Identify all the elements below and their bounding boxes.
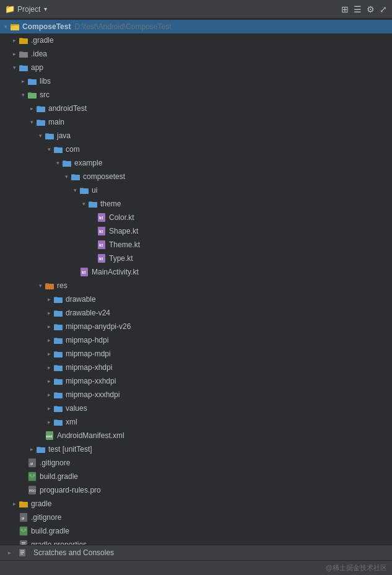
- tree-item[interactable]: ▸libs: [0, 74, 392, 88]
- item-icon: [53, 376, 63, 386]
- item-icon: [53, 308, 63, 318]
- item-label: drawable-v24: [66, 309, 110, 317]
- tree-item[interactable]: ▾ui: [0, 183, 392, 197]
- project-folder-icon: [10, 22, 20, 32]
- item-icon: [36, 444, 46, 454]
- dropdown-arrow-icon[interactable]: ▾: [44, 6, 47, 12]
- tree-item[interactable]: ▾com: [0, 143, 392, 156]
- tree-item[interactable]: ▸gradle: [0, 497, 392, 511]
- tree-item[interactable]: ▾app: [0, 61, 392, 74]
- item-label: theme: [100, 200, 121, 208]
- expand-arrow-icon: ▸: [45, 390, 53, 399]
- item-label: app: [31, 63, 43, 72]
- svg-rect-29: [54, 148, 63, 153]
- tree-item[interactable]: PROproguard-rules.pro: [0, 483, 392, 497]
- item-label: Shape.kt: [109, 227, 138, 235]
- item-icon: [19, 63, 28, 72]
- status-bar-right: @稀土掘金技术社区: [326, 563, 387, 573]
- tree-item[interactable]: ▸test [unitTest]: [0, 442, 392, 456]
- item-icon: [19, 49, 28, 59]
- tree-item[interactable]: ▸values: [0, 402, 392, 415]
- scratches-consoles-item[interactable]: ▸ Scratches and Consoles: [0, 545, 392, 560]
- tree-item[interactable]: ▸xml: [0, 415, 392, 429]
- tree-item[interactable]: ktMainActivity.kt: [0, 265, 392, 279]
- project-root-item[interactable]: ▾ ComposeTest D:\test\Android\ComposeTes…: [0, 20, 392, 33]
- svg-rect-72: [54, 366, 63, 371]
- tree-item[interactable]: ▸mipmap-xxxhdpi: [0, 388, 392, 402]
- tree-item[interactable]: ▾res: [0, 279, 392, 292]
- tree-item[interactable]: ▾theme: [0, 197, 392, 211]
- svg-rect-35: [71, 175, 80, 180]
- tree-item[interactable]: build.gradle: [0, 524, 392, 538]
- tree-item[interactable]: ▸.idea: [0, 47, 392, 61]
- expand-arrow-icon: ▸: [45, 309, 53, 317]
- tree-item[interactable]: ▾example: [0, 156, 392, 170]
- item-label: .gradle: [31, 36, 54, 45]
- collapse-arrow-icon: ▾: [19, 90, 27, 99]
- expand-arrow-icon: ▸: [10, 36, 19, 45]
- tree-item[interactable]: ktType.kt: [0, 252, 392, 265]
- item-icon: [45, 281, 54, 291]
- tree-item[interactable]: ▸mipmap-xxhdpi: [0, 374, 392, 388]
- tree-item[interactable]: ▸mipmap-anydpi-v26: [0, 320, 392, 333]
- tree-item[interactable]: ▸androidTest: [0, 102, 392, 115]
- tree-item[interactable]: ▸.gradle: [0, 33, 392, 47]
- svg-rect-32: [63, 162, 71, 167]
- tree-item[interactable]: ▸mipmap-mdpi: [0, 347, 392, 361]
- tree-item[interactable]: .gi.gitignore: [0, 511, 392, 524]
- tree-item[interactable]: xmlAndroidManifest.xml: [0, 429, 392, 442]
- tree-item[interactable]: ▸drawable: [0, 292, 392, 306]
- svg-rect-5: [19, 39, 28, 44]
- collapse-arrow-icon: ▾: [36, 281, 45, 290]
- item-label: AndroidManifest.xml: [57, 431, 124, 440]
- expand-arrow-icon: ▸: [27, 445, 36, 454]
- tree-item[interactable]: ▸drawable-v24: [0, 306, 392, 320]
- tree-item[interactable]: build.gradle: [0, 470, 392, 483]
- item-label: java: [57, 131, 71, 140]
- item-icon: [53, 390, 63, 400]
- item-icon: [71, 172, 81, 182]
- svg-rect-54: [45, 284, 54, 289]
- tree-item[interactable]: ktTheme.kt: [0, 238, 392, 252]
- svg-rect-81: [54, 407, 63, 412]
- expand-arrow-icon: ▸: [45, 336, 53, 345]
- item-label: src: [40, 90, 50, 99]
- svg-rect-17: [28, 94, 37, 99]
- gear-icon[interactable]: ⚙: [367, 4, 375, 14]
- maximize-icon[interactable]: ⤢: [380, 4, 387, 14]
- tree-item[interactable]: ▾composetest: [0, 170, 392, 183]
- item-icon: [45, 131, 54, 141]
- item-icon: [53, 144, 63, 154]
- tree-item[interactable]: ktShape.kt: [0, 224, 392, 238]
- list-icon[interactable]: ☰: [354, 4, 362, 14]
- layout-icon[interactable]: ⊞: [341, 4, 349, 14]
- item-label: com: [66, 145, 80, 154]
- tree-item[interactable]: ktColor.kt: [0, 211, 392, 224]
- svg-text:xml: xml: [46, 434, 53, 438]
- title-bar: 📁 Project ▾ ⊞ ☰ ⚙ ⤢: [0, 0, 392, 19]
- item-label: build.gradle: [40, 472, 78, 481]
- svg-rect-11: [19, 66, 28, 71]
- item-label: Theme.kt: [109, 240, 140, 249]
- scratches-icon: [17, 548, 27, 558]
- tree-item[interactable]: ▸mipmap-xhdpi: [0, 361, 392, 374]
- title-text: Project: [17, 5, 40, 14]
- tree-item[interactable]: ▾main: [0, 115, 392, 129]
- svg-rect-63: [54, 325, 63, 330]
- svg-rect-38: [80, 189, 89, 194]
- svg-text:kt: kt: [99, 257, 103, 261]
- expand-arrow-icon: ▸: [45, 418, 53, 426]
- tree-item[interactable]: gradle.properties: [0, 538, 392, 545]
- svg-text:.gi: .gi: [29, 462, 33, 465]
- expand-arrow-icon: ▸: [10, 499, 19, 508]
- tree-item[interactable]: .gi.gitignore: [0, 456, 392, 470]
- tree-item[interactable]: ▾src: [0, 88, 392, 102]
- item-icon: [79, 185, 89, 195]
- item-icon: .gi: [27, 458, 37, 468]
- item-icon: [27, 90, 37, 100]
- collapse-arrow-icon: ▾: [45, 145, 53, 154]
- tree-item[interactable]: ▾java: [0, 129, 392, 143]
- svg-text:.gi: .gi: [20, 516, 24, 520]
- item-icon: .gi: [19, 512, 28, 522]
- tree-item[interactable]: ▸mipmap-hdpi: [0, 333, 392, 347]
